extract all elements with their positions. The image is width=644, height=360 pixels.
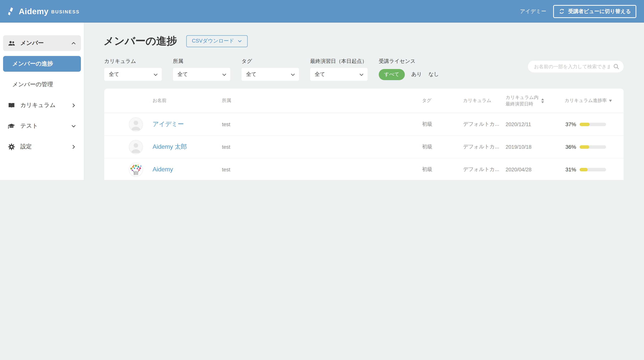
sidebar-item-label: メンバー [20, 40, 44, 47]
last-practice-header-line1: カリキュラム内 [506, 94, 538, 101]
progress-percent: 36% [556, 144, 576, 150]
chevron-right-icon [71, 102, 76, 108]
last-practice-cell: 2020/04/28 [506, 166, 556, 172]
tag-filter-label: タグ [242, 58, 299, 65]
tag-filter-value: 全て [246, 71, 257, 78]
curriculum-filter-value: 全て [109, 71, 120, 78]
column-header-affiliation: 所属 [222, 98, 422, 104]
book-icon [8, 102, 15, 109]
last-practice-filter-select[interactable]: 全て [310, 68, 368, 81]
sidebar-item-label: メンバーの管理 [12, 81, 53, 88]
person-avatar-icon [129, 140, 142, 154]
aidemy-logo: Aidemy BUSINESS [8, 6, 80, 16]
members-table-card: お名前 所属 タグ カリキュラム カリキュラム内 最終演習日時 カリキュラム進捗… [104, 88, 624, 180]
table-body: アイデミー test 初級 デフォルトカ... 2020/12/11 37% A… [104, 113, 624, 180]
chevron-right-icon [71, 144, 76, 149]
license-filter-label: 受講ライセンス [379, 58, 439, 65]
member-name-link[interactable]: Aidemy [152, 166, 173, 172]
last-practice-header-line2: 最終演習日時 [506, 101, 538, 107]
aidemy-logo-mark-icon [8, 6, 16, 16]
column-header-curriculum: カリキュラム [463, 98, 506, 104]
progress-percent: 37% [556, 121, 576, 127]
sidebar-item-members[interactable]: メンバー [3, 35, 81, 51]
progress-bar [580, 168, 606, 171]
search-input[interactable] [528, 60, 624, 72]
affiliation-filter-value: 全て [178, 71, 188, 78]
affiliation-filter-select[interactable]: 全て [173, 68, 230, 81]
progress-bar-fill [580, 122, 590, 126]
license-option-no[interactable]: なし [428, 71, 439, 78]
sort-desc-icon [608, 99, 612, 102]
progress-bar [580, 122, 606, 126]
tag-cell: 初級 [422, 144, 463, 150]
license-option-all[interactable]: すべて [379, 69, 405, 80]
sort-icon [541, 98, 544, 103]
avatar [129, 117, 143, 131]
sidebar-item-curriculum[interactable]: カリキュラム [3, 98, 81, 113]
license-options: すべて あり なし [379, 68, 439, 81]
person-avatar-icon [129, 118, 142, 131]
progress-bar-fill [580, 168, 588, 171]
tag-cell: 初級 [422, 166, 463, 173]
curriculum-cell: デフォルトカ... [463, 144, 506, 150]
sidebar-item-label: テスト [20, 122, 38, 130]
switch-view-button[interactable]: 受講者ビューに切り替える [553, 5, 636, 18]
progress-bar-fill [580, 145, 589, 148]
chevron-down-icon [290, 72, 295, 77]
network-tree-avatar-icon [129, 163, 142, 176]
graduation-cap-icon [8, 122, 15, 130]
affiliation-cell: test [222, 144, 422, 150]
affiliation-cell: test [222, 121, 422, 127]
member-name-link[interactable]: アイデミー [152, 120, 184, 127]
sidebar-item-label: メンバーの進捗 [12, 60, 53, 68]
logo-suffix-text: BUSINESS [51, 9, 80, 14]
curriculum-cell: デフォルトカ... [463, 166, 506, 173]
sidebar: メンバー メンバーの進捗 メンバーの管理 カリキュラム [0, 22, 84, 180]
logo-brand-text: Aidemy [19, 7, 48, 16]
progress-bar [580, 145, 606, 148]
refresh-icon [558, 8, 565, 14]
last-practice-cell: 2019/10/18 [506, 144, 556, 150]
search-icon [613, 63, 620, 70]
avatar [129, 140, 143, 154]
curriculum-cell: デフォルトカ... [463, 121, 506, 128]
sidebar-item-settings[interactable]: 設定 [3, 139, 81, 154]
sidebar-item-test[interactable]: テスト [3, 118, 81, 134]
sidebar-item-member-management[interactable]: メンバーの管理 [3, 77, 81, 92]
tag-cell: 初級 [422, 121, 463, 128]
last-practice-cell: 2020/12/11 [506, 121, 556, 127]
affiliation-cell: test [222, 166, 422, 172]
gear-icon [8, 143, 15, 150]
top-header: Aidemy BUSINESS アイデミー 受講者ビューに切り替える [0, 0, 644, 22]
chevron-down-icon [153, 72, 158, 77]
progress-header-label: カリキュラム進捗率 [565, 98, 606, 104]
curriculum-filter-label: カリキュラム [104, 58, 162, 65]
chevron-down-icon [238, 39, 242, 43]
csv-download-button[interactable]: CSVダウンロード [186, 35, 248, 47]
column-header-name: お名前 [152, 98, 222, 104]
sidebar-item-label: 設定 [20, 143, 32, 150]
page-title: メンバーの進捗 [104, 34, 177, 48]
license-option-yes[interactable]: あり [411, 71, 422, 78]
column-header-tag: タグ [422, 98, 463, 104]
chevron-down-icon [359, 72, 364, 77]
last-practice-filter-label: 最終演習日（本日起点） [310, 58, 368, 65]
curriculum-filter-select[interactable]: 全て [104, 68, 162, 81]
sidebar-item-member-progress[interactable]: メンバーの進捗 [3, 56, 81, 72]
app-root: Aidemy BUSINESS アイデミー 受講者ビューに切り替える [0, 0, 644, 180]
column-header-progress[interactable]: カリキュラム進捗率 [556, 98, 624, 104]
tag-filter-select[interactable]: 全て [242, 68, 299, 81]
avatar [129, 162, 143, 176]
chevron-down-icon [222, 72, 226, 77]
member-name-link[interactable]: Aidemy 太郎 [152, 143, 187, 150]
sidebar-item-label: カリキュラム [20, 102, 56, 109]
column-header-last-practice[interactable]: カリキュラム内 最終演習日時 [506, 94, 556, 107]
switch-view-label: 受講者ビューに切り替える [568, 8, 631, 15]
table-row: アイデミー test 初級 デフォルトカ... 2020/12/11 37% [104, 113, 624, 136]
users-icon [8, 39, 15, 47]
chevron-down-icon [71, 123, 76, 129]
table-header-row: お名前 所属 タグ カリキュラム カリキュラム内 最終演習日時 カリキュラム進捗… [104, 88, 624, 113]
last-practice-filter-value: 全て [315, 71, 325, 78]
csv-download-label: CSVダウンロード [192, 38, 234, 44]
table-row: Aidemy test 初級 デフォルトカ... 2020/04/28 31% [104, 158, 624, 180]
